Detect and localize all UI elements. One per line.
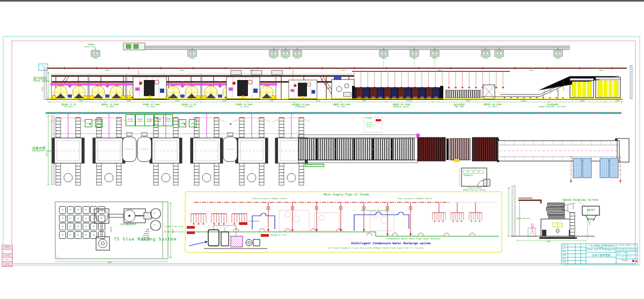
air-unit-label: 空压设备 Air Unit — [270, 235, 287, 237]
elevation-view — [39, 43, 632, 103]
plan-stacker-conveyor — [497, 138, 629, 183]
steam-manifolds-right — [433, 202, 482, 222]
plan-double-facer — [298, 134, 498, 163]
right-wall-hatch — [630, 65, 632, 99]
plan-valve-label: 蒸汽阀组 — [365, 118, 372, 120]
steam-supply-label: 蒸汽管道Steam Supply — [33, 76, 49, 83]
condensate-pipe — [354, 212, 409, 231]
title-scale: 比例 1:100 — [617, 252, 627, 254]
cable-tray-label: 电缆桥架Cable Tray — [72, 44, 94, 48]
machine-ghost-outlines — [279, 210, 394, 231]
recharge-system-title: Intelligent Condensate Water Recharge sy… — [329, 242, 452, 245]
glue-kitchen-grid: 胶胶胶胶胶胶胶胶胶胶胶胶胶胶胶胶胶胶胶胶胶胶胶胶 — [59, 206, 105, 239]
paper-spec-table-cells: B1600≤1600B1800≤1800C2000≤2000B2200≤2200… — [126, 114, 173, 126]
glue-machine — [332, 76, 354, 99]
condensate-floor-line — [191, 232, 499, 236]
condensate-return-label: Auto Condensate Return DN40 — [361, 210, 389, 212]
speed-dimension-2: 1200 — [589, 221, 591, 225]
steam-legend-label: 蒸汽 — [39, 65, 48, 68]
speed-readout: 48597 — [583, 209, 599, 212]
glue-system-title: T5 Glue Making System — [114, 237, 177, 242]
logo-mark — [632, 260, 634, 262]
steam-manifolds-left — [189, 202, 247, 227]
cad-drawing-sheet: 电缆桥架Cable Tray 蒸汽 蒸汽管道Steam Supply 设备布置E… — [0, 0, 644, 299]
glue-tank2-label: 2# — [153, 224, 156, 227]
steam-diagram-title: Main Supply Pipe of Steam — [292, 193, 400, 196]
revision-table: 02112 1B 18H11B 4 — [2, 245, 13, 267]
operator-figure — [528, 224, 536, 236]
title-sheet-count: 共 1 张 第 1 张 — [617, 256, 631, 258]
title-project: WJ250-2500-Ⅴ 瓦楞纸板生产线 — [587, 249, 616, 251]
water-return-tag — [187, 231, 195, 234]
operator-side-label: 操作侧 Operator — [516, 218, 531, 220]
elevation-wall-dimension: 5600 — [42, 87, 44, 91]
glue-unit-tag: 涂胶机构 Glue Unit — [305, 164, 324, 167]
water-return-label: 回水进口 Water Return — [164, 231, 185, 234]
recovery-unit-label: 凝水回收机组 — [249, 221, 259, 223]
control-room-code: TRCB912 — [463, 174, 473, 177]
title-drawing-name: 设备平面布置图 — [587, 254, 616, 257]
speed-dimension-1: 2600 — [546, 241, 551, 243]
stacker-section — [500, 76, 620, 99]
condensate-bracket-label: Condensate Water Main Pipe Lower Bracket — [370, 238, 456, 240]
steam-consumption-right: Steam Consumption 3000kg/h 50m/min — [397, 198, 432, 200]
plan-side-dimension: 28000 — [46, 151, 48, 157]
cable-tray — [123, 46, 570, 49]
steam-inlet-tag — [187, 226, 195, 229]
double-facer — [352, 69, 510, 100]
glue-valve-label: V9808 — [111, 227, 113, 232]
title-drawing-code: WJ250-2500-2-01 — [616, 245, 638, 247]
steam-consumption-left: Steam Consumption 3000kg/h 50m/min — [252, 198, 287, 200]
title-logo-text: 万联精工 — [621, 260, 628, 262]
steam-inlet-label: 蒸汽进口 Steam Inlet — [164, 226, 184, 228]
glue-system-subtitle: 全自动配胶系统 — [120, 223, 136, 226]
speed-display-area — [508, 186, 599, 242]
steam-note: Full Steam Consumption in each duty sect… — [295, 247, 456, 250]
equipment-layout-label: 设备布置Equipment Layout — [32, 146, 54, 152]
condensate-recovery-unit — [189, 225, 267, 249]
air-unit-tag — [261, 234, 269, 237]
glue-tank1-label: 1# — [153, 213, 156, 215]
left-wall-hatch — [44, 68, 47, 99]
glue-width-dimension: 9000 — [107, 262, 112, 264]
control-room — [459, 168, 490, 186]
recovery-unit-tag — [239, 222, 247, 225]
drawing-artwork — [0, 0, 644, 299]
control-room-label: Control Room电控室 Control Center — [450, 187, 499, 192]
speed-display-label: Speed Display Screen — [562, 198, 598, 201]
